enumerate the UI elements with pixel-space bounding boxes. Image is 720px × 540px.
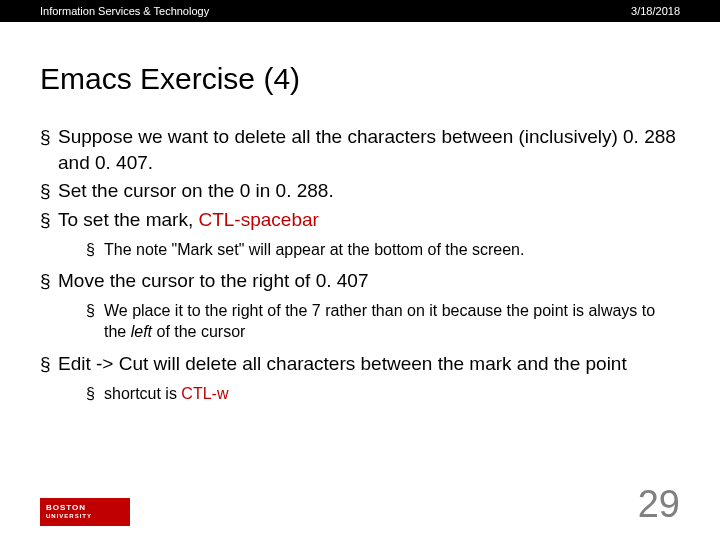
header-date: 3/18/2018 — [631, 5, 680, 17]
slide-title: Emacs Exercise (4) — [0, 22, 720, 124]
bullet-5-sub-1: shortcut is CTL-w — [86, 383, 680, 405]
page-number: 29 — [638, 483, 680, 526]
bullet-5: Edit -> Cut will delete all characters b… — [40, 351, 680, 404]
bullet-4: Move the cursor to the right of 0. 407 W… — [40, 268, 680, 343]
header-bar: Information Services & Technology 3/18/2… — [0, 0, 720, 22]
slide: Information Services & Technology 3/18/2… — [0, 0, 720, 540]
key-combo: CTL-w — [181, 385, 228, 402]
bullet-4-sub-1: We place it to the right of the 7 rather… — [86, 300, 680, 343]
bullet-3: To set the mark, CTL-spacebar The note "… — [40, 207, 680, 260]
slide-content: Suppose we want to delete all the charac… — [0, 124, 720, 404]
key-combo: CTL-spacebar — [198, 209, 318, 230]
bu-logo: BOSTON UNIVERSITY — [40, 498, 130, 526]
bullet-3-sub-1: The note "Mark set" will appear at the b… — [86, 239, 680, 261]
bullet-2: Set the cursor on the 0 in 0. 288. — [40, 178, 680, 204]
footer: BOSTON UNIVERSITY 29 — [40, 483, 680, 526]
bullet-1: Suppose we want to delete all the charac… — [40, 124, 680, 175]
header-left: Information Services & Technology — [40, 5, 209, 17]
